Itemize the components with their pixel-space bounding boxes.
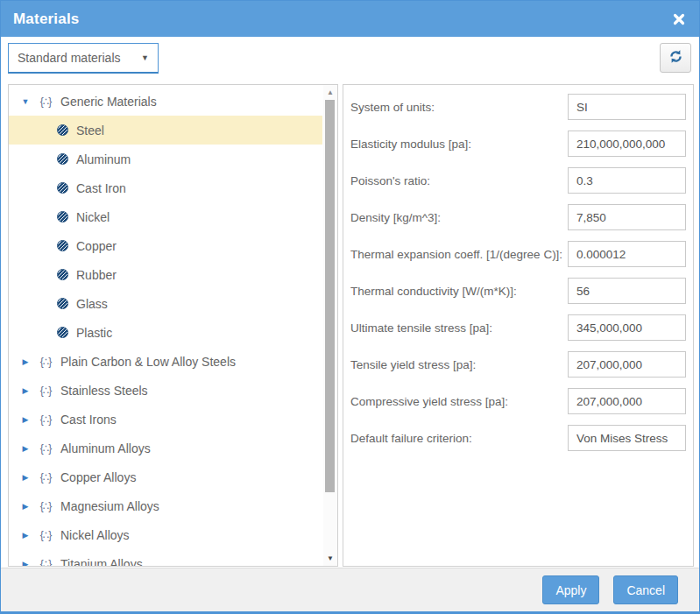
tree-item-plain-carbon-low-alloy-steels[interactable]: ▶ {∴} Plain Carbon & Low Alloy Steels [9, 347, 322, 376]
tree-item-titanium-alloys[interactable]: ▶ {∴} Titanium Alloys [9, 549, 322, 567]
material-group-icon: {∴} [36, 356, 55, 368]
tree-item-label: Copper [76, 239, 117, 253]
tree-item-label: Cast Iron [76, 181, 126, 195]
materials-tree: ▼ {∴} Generic Materials Steel Aluminum C… [8, 84, 338, 567]
material-group-icon: {∴} [36, 471, 55, 483]
scroll-up-icon[interactable]: ▲ [323, 86, 337, 99]
close-icon[interactable] [671, 11, 687, 27]
scroll-down-icon[interactable]: ▼ [323, 552, 337, 565]
tree-scrollbar[interactable]: ▲ ▼ [323, 85, 337, 566]
material-properties-form: System of units: Elasticity modulus [pa]… [343, 84, 694, 567]
material-source-value: Standard materials [18, 51, 121, 65]
field-label: Poisson's ratio: [350, 174, 430, 187]
form-field-row: Ultimate tensile stress [pa]: [350, 314, 686, 341]
tree-item-label: Plain Carbon & Low Alloy Steels [60, 355, 236, 369]
tree-item-plastic[interactable]: Plastic [9, 318, 322, 347]
form-field-row: System of units: [350, 94, 686, 120]
form-field-row: Poisson's ratio: [350, 167, 686, 194]
tree-item-copper-alloys[interactable]: ▶ {∴} Copper Alloys [9, 462, 322, 491]
field-label: Default failure criterion: [350, 432, 472, 445]
chevron-down-icon: ▼ [141, 53, 149, 62]
title-bar: Materials [1, 1, 699, 37]
tree-item-aluminum[interactable]: Aluminum [9, 145, 322, 173]
tree-item-label: Cast Irons [60, 413, 117, 427]
material-icon [57, 240, 68, 251]
expand-arrow-icon[interactable]: ▶ [19, 386, 32, 395]
expand-arrow-icon[interactable]: ▶ [19, 357, 32, 366]
thermal-conductivity-input[interactable] [568, 278, 686, 304]
tree-item-nickel[interactable]: Nickel [9, 202, 322, 231]
density-input[interactable] [568, 204, 686, 230]
expand-arrow-icon[interactable]: ▶ [19, 444, 32, 453]
tree-item-label: Titanium Alloys [60, 557, 143, 568]
material-icon [57, 182, 68, 194]
refresh-icon [668, 49, 683, 67]
toolbar: Standard materials ▼ [1, 37, 699, 84]
cancel-button[interactable]: Cancel [613, 575, 678, 604]
tree-item-cast-iron[interactable]: Cast Iron [9, 173, 322, 202]
field-label: Elasticity modulus [pa]: [350, 138, 471, 151]
tree-item-generic-materials[interactable]: ▼ {∴} Generic Materials [9, 87, 322, 116]
elasticity-modulus-input[interactable] [568, 131, 686, 157]
failure-criterion-input[interactable] [568, 425, 686, 451]
ultimate-tensile-stress-input[interactable] [568, 314, 686, 341]
tree-item-label: Nickel Alloys [60, 528, 130, 542]
material-icon [57, 327, 68, 338]
refresh-button[interactable] [660, 43, 691, 73]
form-field-row: Default failure criterion: [350, 425, 686, 451]
material-group-icon: {∴} [36, 385, 55, 397]
tree-item-label: Glass [76, 297, 108, 311]
tree-rows: ▼ {∴} Generic Materials Steel Aluminum C… [9, 87, 322, 567]
material-icon [57, 153, 68, 165]
apply-button[interactable]: Apply [542, 575, 599, 604]
expand-arrow-icon[interactable]: ▶ [19, 473, 32, 482]
compressive-yield-stress-input[interactable] [568, 388, 686, 414]
materials-dialog: Materials Standard materials ▼ [0, 0, 700, 614]
tree-item-rubber[interactable]: Rubber [9, 260, 322, 289]
material-group-icon: {∴} [36, 442, 55, 455]
material-group-icon: {∴} [36, 500, 55, 512]
collapse-arrow-icon[interactable]: ▼ [19, 97, 32, 106]
scrollbar-thumb[interactable] [325, 100, 335, 492]
tree-item-label: Magnesium Alloys [60, 499, 159, 513]
tree-item-magnesium-alloys[interactable]: ▶ {∴} Magnesium Alloys [9, 491, 322, 520]
tree-item-label: Plastic [76, 326, 112, 340]
expand-arrow-icon[interactable]: ▶ [19, 502, 32, 511]
field-label: Density [kg/m^3]: [350, 211, 441, 224]
tree-item-glass[interactable]: Glass [9, 289, 322, 318]
expand-arrow-icon[interactable]: ▶ [19, 531, 32, 540]
tree-item-aluminum-alloys[interactable]: ▶ {∴} Aluminum Alloys [9, 434, 322, 462]
field-label: System of units: [350, 101, 435, 114]
material-group-icon: {∴} [36, 413, 55, 426]
tree-item-label: Aluminum Alloys [60, 441, 151, 455]
tree-item-stainless-steels[interactable]: ▶ {∴} Stainless Steels [9, 376, 322, 405]
dialog-footer: Apply Cancel [1, 568, 699, 611]
thermal-expansion-coeff-input[interactable] [568, 241, 686, 267]
tree-item-label: Copper Alloys [60, 470, 136, 484]
material-icon [57, 298, 68, 309]
form-field-row: Thermal expansion coeff. [1/(degree C)]: [350, 241, 686, 267]
system-of-units-input[interactable] [568, 94, 686, 120]
material-group-icon: {∴} [36, 558, 55, 568]
expand-arrow-icon[interactable]: ▶ [19, 415, 32, 424]
form-field-row: Density [kg/m^3]: [350, 204, 686, 230]
tree-item-cast-irons[interactable]: ▶ {∴} Cast Irons [9, 405, 322, 434]
tensile-yield-stress-input[interactable] [568, 351, 686, 378]
expand-arrow-icon[interactable]: ▶ [19, 560, 32, 568]
tree-item-label: Stainless Steels [60, 384, 148, 398]
form-field-row: Tensile yield stress [pa]: [350, 351, 686, 378]
tree-item-label: Aluminum [76, 152, 131, 166]
poissons-ratio-input[interactable] [568, 167, 686, 194]
material-group-icon: {∴} [36, 529, 55, 541]
tree-item-nickel-alloys[interactable]: ▶ {∴} Nickel Alloys [9, 520, 322, 549]
form-field-row: Thermal conductivity [W/(m*K)]: [350, 278, 686, 304]
material-icon [57, 269, 68, 280]
tree-item-label: Nickel [76, 210, 110, 224]
tree-item-steel[interactable]: Steel [9, 116, 322, 145]
dialog-title: Materials [13, 11, 80, 28]
material-source-dropdown[interactable]: Standard materials ▼ [8, 43, 159, 74]
field-label: Ultimate tensile stress [pa]: [350, 321, 492, 335]
tree-item-label: Rubber [76, 268, 117, 282]
tree-item-copper[interactable]: Copper [9, 231, 322, 260]
tree-item-label: Steel [76, 124, 104, 138]
